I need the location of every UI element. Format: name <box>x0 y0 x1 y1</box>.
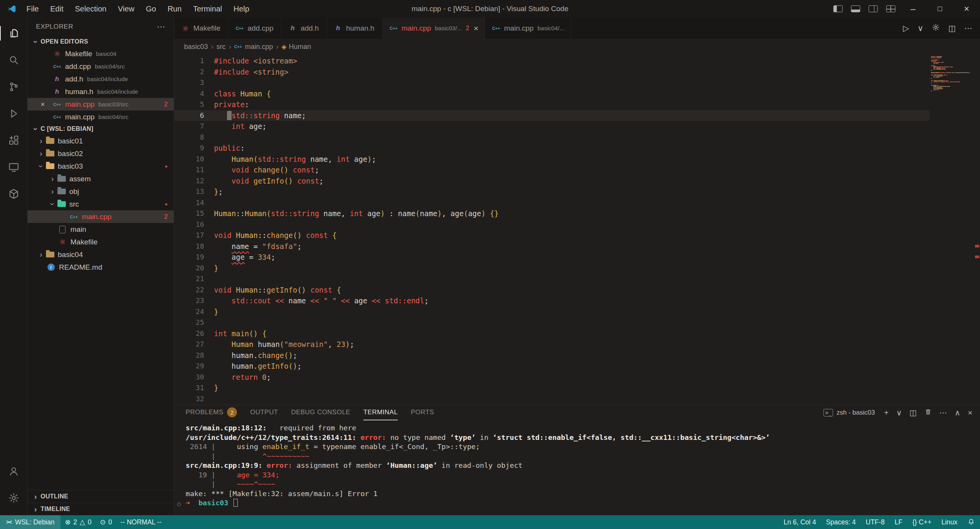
open-editors-header[interactable]: › OPEN EDITORS <box>28 36 174 47</box>
line-number[interactable]: 26 <box>174 328 204 339</box>
code-line[interactable]: 13}; <box>174 186 929 197</box>
menu-file[interactable]: File <box>21 0 44 18</box>
configure-button[interactable] <box>932 23 940 33</box>
code-line[interactable]: 29 human.getInfo(); <box>174 361 929 372</box>
line-number[interactable]: 17 <box>174 230 204 241</box>
code-line[interactable]: 32 <box>174 394 929 405</box>
account-button[interactable] <box>0 458 28 485</box>
run-dropdown-button[interactable]: ∨ <box>918 24 923 33</box>
tree-item-readme-md[interactable]: iREADME.md <box>28 261 174 273</box>
line-number[interactable]: 8 <box>174 132 204 143</box>
indentation-status[interactable]: Spaces: 4 <box>821 515 861 529</box>
line-number[interactable]: 20 <box>174 263 204 274</box>
line-number[interactable]: 7 <box>174 121 204 132</box>
breadcrumb-basic03[interactable]: basic03 <box>184 43 208 51</box>
line-number[interactable]: 5 <box>174 99 204 110</box>
open-editor-main-cpp-basic03-src[interactable]: ×C++main.cppbasic03/src2 <box>28 98 174 111</box>
extensions-button[interactable] <box>0 127 28 154</box>
source-control-button[interactable] <box>0 73 28 100</box>
code-line[interactable]: 4class Human { <box>174 88 929 99</box>
close-icon[interactable]: × <box>474 24 479 33</box>
line-number[interactable]: 11 <box>174 164 204 176</box>
tab-add-h[interactable]: hadd.h <box>281 18 327 39</box>
close-icon[interactable]: × <box>41 100 52 109</box>
toggle-panel-button[interactable] <box>847 0 864 18</box>
code-line[interactable]: 20} <box>174 263 929 274</box>
maximize-panel-button[interactable]: ∧ <box>955 408 960 417</box>
more-actions-button[interactable]: ⋯ <box>964 24 972 33</box>
containers-button[interactable] <box>0 181 28 207</box>
line-number[interactable]: 32 <box>174 394 204 405</box>
problems-status[interactable]: ⊗ 2 △ 0 <box>60 515 95 529</box>
code-line[interactable]: 21 <box>174 273 929 285</box>
explorer-more-actions-icon[interactable]: ⋯ <box>157 22 165 32</box>
line-number[interactable]: 22 <box>174 285 204 296</box>
code-line[interactable]: 23 std::cout << name << " " << age << st… <box>174 295 929 306</box>
tab-main-cpp-basic04[interactable]: C++main.cppbasic04/... <box>485 18 571 39</box>
tree-item-obj[interactable]: ›obj <box>28 185 174 198</box>
close-panel-button[interactable]: × <box>968 409 972 417</box>
split-terminal-button[interactable]: ◫ <box>910 408 917 417</box>
breadcrumb-src[interactable]: src <box>216 43 225 51</box>
breadcrumb-human[interactable]: ◈Human <box>281 43 311 51</box>
code-line[interactable]: 30 return 0; <box>174 372 929 383</box>
tree-item-basic02[interactable]: ›basic02 <box>28 147 174 160</box>
code-line[interactable]: 3 <box>174 77 929 88</box>
kill-terminal-button[interactable] <box>924 408 932 417</box>
code-line[interactable]: 14 <box>174 197 929 208</box>
line-number[interactable]: 24 <box>174 306 204 317</box>
tab-human-h[interactable]: hhuman.h <box>327 18 382 39</box>
tree-item-src[interactable]: ›src● <box>28 198 174 210</box>
menu-help[interactable]: Help <box>228 0 255 18</box>
tree-item-makefile[interactable]: Makefile <box>28 236 174 248</box>
code-line[interactable]: 6 std::string name; <box>174 110 929 121</box>
code-line[interactable]: 25 <box>174 317 929 328</box>
code-line[interactable]: 12 void getInfo() const; <box>174 176 929 187</box>
language-mode-status[interactable]: {} C++ <box>908 515 937 529</box>
terminal-output[interactable]: src/main.cpp:18:12: required from here/u… <box>174 420 980 515</box>
tree-item-basic04[interactable]: ›basic04 <box>28 248 174 261</box>
code-line[interactable]: 16 <box>174 219 929 230</box>
terminal-instance[interactable]: >_ zsh - basic03 <box>823 409 875 417</box>
minimap[interactable] <box>931 56 974 93</box>
tree-item-main-cpp[interactable]: C++main.cpp2 <box>28 210 174 223</box>
remote-indicator[interactable]: >< WSL: Debian <box>0 515 60 529</box>
run-and-debug-button[interactable] <box>0 100 28 127</box>
tab-makefile[interactable]: Makefile <box>174 18 229 39</box>
workspace-header[interactable]: › C [WSL: DEBIAN] <box>28 123 174 135</box>
line-number[interactable]: 23 <box>174 295 204 306</box>
line-number[interactable]: 16 <box>174 219 204 230</box>
line-number[interactable]: 3 <box>174 77 204 88</box>
code-editor[interactable]: 1#include <iostream>2#include <string>34… <box>174 54 980 405</box>
line-number[interactable]: 10 <box>174 154 204 165</box>
line-number[interactable]: 2 <box>174 67 204 78</box>
code-line[interactable]: 9public: <box>174 143 929 154</box>
menu-terminal[interactable]: Terminal <box>187 0 228 18</box>
open-editor-human-h-basic04-include[interactable]: hhuman.hbasic04/include <box>28 85 174 98</box>
line-number[interactable]: 28 <box>174 350 204 361</box>
code-line[interactable]: 28 human.change(); <box>174 350 929 361</box>
code-line[interactable]: 26int main() { <box>174 328 929 339</box>
notifications-button[interactable] <box>962 515 980 529</box>
open-editor-add-cpp-basic04-src[interactable]: C++add.cppbasic04/src <box>28 60 174 73</box>
code-line[interactable]: 15Human::Human(std::string name, int age… <box>174 208 929 219</box>
line-number[interactable]: 25 <box>174 317 204 328</box>
breadcrumb-main-cpp[interactable]: C++main.cpp <box>234 43 273 51</box>
line-number[interactable]: 31 <box>174 383 204 394</box>
line-number[interactable]: 18 <box>174 241 204 252</box>
tree-item-basic03[interactable]: ›basic03● <box>28 160 174 173</box>
line-number[interactable]: 30 <box>174 372 204 383</box>
open-editor-add-h-basic04-include[interactable]: hadd.hbasic04/include <box>28 73 174 85</box>
encoding-status[interactable]: UTF-8 <box>861 515 890 529</box>
code-line[interactable]: 11 void change() const; <box>174 164 929 176</box>
code-line[interactable]: 24} <box>174 306 929 317</box>
new-terminal-button[interactable]: + <box>884 409 889 417</box>
line-number[interactable]: 15 <box>174 208 204 219</box>
toggle-sidebar-button[interactable] <box>829 0 847 18</box>
split-editor-button[interactable]: ◫ <box>948 24 956 33</box>
line-number[interactable]: 19 <box>174 252 204 263</box>
maximize-button[interactable]: □ <box>926 0 953 18</box>
panel-tab-ports[interactable]: PORTS <box>411 405 434 420</box>
panel-tab-problems[interactable]: PROBLEMS2 <box>186 405 237 420</box>
manage-button[interactable] <box>0 485 28 511</box>
